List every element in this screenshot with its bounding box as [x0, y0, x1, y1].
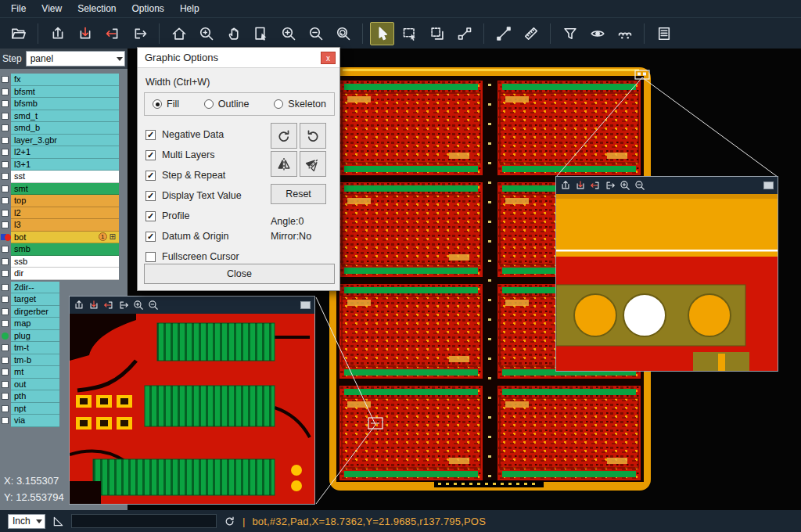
toolbar-button-snap[interactable] — [612, 22, 637, 45]
fill-mode-outline[interactable]: Outline — [204, 99, 250, 110]
layer-checkbox[interactable] — [2, 381, 9, 388]
layer-checkbox[interactable] — [2, 210, 9, 217]
layer-row-bfsmb[interactable]: bfsmb — [0, 98, 128, 110]
layer-row-layer_3.gbr[interactable]: layer_3.gbr — [0, 135, 128, 147]
step-select[interactable]: panel — [26, 51, 125, 66]
option-step-repeat[interactable]: ✓Step & Repeat — [145, 165, 242, 185]
toolbar-button-filter[interactable] — [558, 22, 582, 45]
layer-checkbox[interactable] — [2, 246, 9, 253]
layer-row-l2+1[interactable]: l2+1 — [0, 146, 128, 159]
layer-checkbox[interactable] — [2, 258, 9, 265]
layer-checkbox[interactable] — [2, 357, 9, 364]
magnifier-import-button[interactable] — [590, 180, 601, 191]
close-button[interactable]: Close — [144, 264, 335, 284]
rotate-ccw-button[interactable] — [300, 123, 326, 149]
layer-checkbox[interactable] — [2, 137, 9, 144]
snap-angle-icon[interactable] — [52, 516, 64, 527]
layer-row-l2[interactable]: l2 — [0, 207, 128, 220]
mirror-diagonal-button[interactable] — [300, 151, 326, 177]
toolbar-button-ruler[interactable] — [519, 22, 543, 45]
toolbar-button-measure[interactable] — [452, 22, 476, 45]
magnifier-import-button[interactable] — [103, 300, 114, 311]
toolbar-button-pick-layer[interactable] — [249, 22, 273, 45]
option-display-text-value[interactable]: ✓Display Text Value — [145, 185, 242, 206]
layer-checkbox[interactable] — [2, 76, 9, 83]
layer-row-l3+1[interactable]: l3+1 — [0, 159, 128, 171]
layer-checkbox[interactable] — [2, 100, 9, 107]
layer-row-sst[interactable]: sst — [0, 171, 128, 183]
layer-checkbox[interactable] — [2, 185, 9, 192]
layer-row-smd_b[interactable]: smd_b — [0, 122, 128, 135]
toolbar-button-export[interactable] — [128, 22, 152, 45]
layer-row-bfsmt[interactable]: bfsmt — [0, 86, 128, 99]
fill-mode-fill[interactable]: Fill — [153, 99, 179, 110]
layer-checkbox[interactable] — [2, 173, 9, 180]
toolbar-button-import[interactable] — [100, 22, 124, 45]
layer-checkbox[interactable] — [2, 197, 9, 204]
magnifier-zoom-out-button[interactable] — [634, 180, 645, 191]
layer-checkbox[interactable] — [2, 270, 9, 277]
layer-checkbox[interactable] — [2, 161, 9, 168]
toolbar-button-save-layer[interactable] — [73, 22, 97, 45]
rotate-cw-button[interactable] — [271, 123, 297, 149]
layer-row-fx[interactable]: fx — [0, 74, 128, 86]
menu-options[interactable]: Options — [124, 1, 172, 16]
toolbar-button-select-pointer[interactable] — [370, 22, 394, 45]
magnifier-zoom-in-button[interactable] — [133, 300, 144, 311]
layer-row-smd_t[interactable]: smd_t — [0, 110, 128, 123]
layer-checkbox[interactable] — [2, 320, 9, 327]
menu-view[interactable]: View — [34, 1, 70, 16]
close-icon[interactable]: x — [321, 52, 336, 64]
layer-checkbox[interactable] — [2, 284, 9, 291]
layer-checkbox[interactable] — [2, 221, 9, 228]
toolbar-button-open[interactable] — [6, 22, 31, 45]
layer-row-2dir--[interactable]: 2dir-- — [0, 282, 128, 294]
layer-row-dir[interactable]: dir — [0, 268, 128, 280]
option-multi-layers[interactable]: ✓Multi Layers — [145, 145, 242, 165]
magnifier-save-layer-button[interactable] — [575, 180, 586, 191]
window-box-icon[interactable] — [300, 301, 311, 309]
toolbar-button-rectangle-select[interactable] — [397, 22, 422, 45]
toolbar-button-zoom-home[interactable] — [167, 22, 191, 45]
toolbar-button-visibility[interactable] — [585, 22, 609, 45]
menu-help[interactable]: Help — [172, 1, 207, 16]
layer-checkbox[interactable] — [2, 393, 9, 400]
reset-button[interactable]: Reset — [271, 184, 326, 204]
unit-select[interactable]: Inch — [8, 514, 45, 529]
toolbar-button-zoom-out[interactable] — [304, 22, 328, 45]
toolbar-button-zoom-previous[interactable] — [331, 22, 355, 45]
toolbar-button-zoom-region[interactable] — [194, 22, 218, 45]
layer-checkbox[interactable] — [2, 368, 9, 376]
layer-row-l3[interactable]: l3 — [0, 219, 128, 232]
toolbar-button-report[interactable] — [652, 22, 676, 45]
layer-checkbox[interactable] — [2, 124, 9, 131]
refresh-icon[interactable] — [224, 516, 235, 527]
layer-checkbox[interactable] — [2, 113, 9, 120]
option-negative-data[interactable]: ✓Negative Data — [145, 124, 242, 145]
magnifier-load-layer-button[interactable] — [74, 300, 84, 311]
layer-checkbox[interactable] — [2, 344, 9, 351]
layer-row-ssb[interactable]: ssb — [0, 256, 128, 268]
menu-file[interactable]: File — [3, 1, 34, 16]
option-profile[interactable]: ✓Profile — [145, 206, 242, 226]
toolbar-button-zoom-in[interactable] — [276, 22, 300, 45]
magnifier-zoom-out-button[interactable] — [148, 300, 159, 311]
mirror-horizontal-button[interactable] — [271, 151, 297, 177]
dialog-titlebar[interactable]: Graphic Options x — [138, 48, 339, 68]
layer-row-top[interactable]: top — [0, 195, 128, 207]
magnifier-save-layer-button[interactable] — [88, 300, 99, 311]
layer-row-smt[interactable]: smt — [0, 183, 128, 196]
toolbar-button-pan[interactable] — [221, 22, 246, 45]
toolbar-button-transform[interactable] — [425, 22, 449, 45]
layer-checkbox[interactable] — [2, 149, 9, 156]
layer-row-bot[interactable]: bot1⊞ — [0, 232, 128, 244]
layer-checkbox[interactable] — [2, 405, 9, 412]
menu-selection[interactable]: Selection — [70, 1, 124, 16]
layer-checkbox[interactable] — [2, 417, 9, 424]
magnifier-export-button[interactable] — [118, 300, 129, 311]
window-box-icon[interactable] — [763, 182, 774, 189]
fill-mode-skeleton[interactable]: Skeleton — [274, 99, 326, 110]
layer-checkbox[interactable] — [2, 88, 9, 95]
option-datum-origin[interactable]: ✓Datum & Origin — [145, 226, 242, 246]
command-input[interactable] — [71, 514, 217, 528]
